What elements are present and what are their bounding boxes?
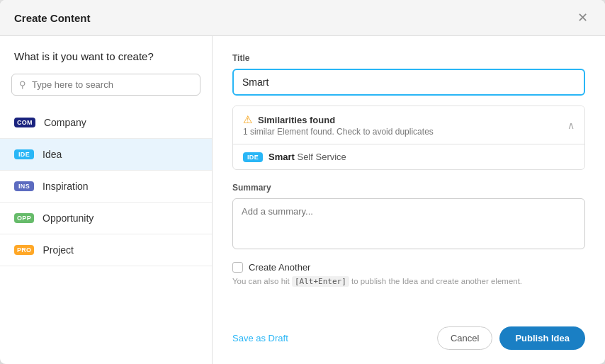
cancel-button[interactable]: Cancel	[437, 326, 492, 350]
similarities-item-rest: Self Service	[295, 152, 346, 162]
summary-label: Summary	[232, 183, 585, 193]
badge-inspiration: INS	[14, 181, 34, 191]
create-another-checkbox[interactable]	[232, 262, 243, 273]
footer-actions: Save as Draft Cancel Publish Idea	[232, 326, 585, 350]
similarities-box: ⚠ Similarities found 1 similar Element f…	[232, 106, 585, 170]
list-item-inspiration[interactable]: INS Inspiration	[0, 171, 212, 203]
badge-company: COM	[14, 118, 35, 127]
title-input[interactable]	[232, 69, 585, 96]
left-panel-scroll-container: COM Company IDE Idea INS Inspiration	[0, 107, 212, 364]
badge-idea: IDE	[14, 149, 34, 159]
similarities-subtitle: 1 similar Element found. Check to avoid …	[243, 127, 434, 137]
badge-similar-item: IDE	[243, 152, 263, 162]
list-item-idea[interactable]: IDE Idea	[0, 139, 212, 171]
left-panel: What is it you want to create? ⚲ COM Com…	[0, 36, 213, 364]
label-project: Project	[43, 244, 74, 256]
similarities-body: IDE Smart Self Service	[233, 144, 584, 169]
chevron-up-icon[interactable]: ∧	[567, 120, 575, 131]
badge-opportunity: OPP	[14, 213, 34, 223]
title-label: Title	[232, 53, 585, 63]
left-panel-question: What is it you want to create?	[0, 50, 212, 74]
label-company: Company	[44, 117, 86, 128]
modal-header: Create Content ✕	[0, 0, 605, 36]
save-draft-button[interactable]: Save as Draft	[232, 333, 288, 343]
hint-prefix: You can also hit	[232, 277, 292, 285]
similarities-title-row: ⚠ Similarities found	[243, 113, 434, 126]
create-another-label: Create Another	[249, 262, 310, 273]
create-content-modal: Create Content ✕ What is it you want to …	[0, 0, 605, 364]
label-inspiration: Inspiration	[43, 181, 89, 192]
modal-body: What is it you want to create? ⚲ COM Com…	[0, 36, 605, 364]
hint-text: You can also hit [Alt+Enter] to publish …	[232, 277, 585, 286]
label-opportunity: Opportunity	[43, 212, 94, 224]
modal-title: Create Content	[14, 12, 91, 24]
items-list: COM Company IDE Idea INS Inspiration	[0, 107, 212, 364]
create-another-row: Create Another	[232, 262, 585, 273]
summary-textarea[interactable]	[232, 198, 585, 249]
warning-icon: ⚠	[243, 113, 252, 126]
footer-right: Cancel Publish Idea	[437, 326, 585, 350]
list-item-opportunity[interactable]: OPP Opportunity	[0, 203, 212, 234]
close-button[interactable]: ✕	[575, 10, 591, 25]
similarities-item-text: Smart Self Service	[268, 152, 346, 162]
similarities-item-bold: Smart	[268, 152, 295, 162]
similarities-title: Similarities found	[258, 115, 335, 125]
similarities-title-group: ⚠ Similarities found 1 similar Element f…	[243, 113, 434, 137]
search-box: ⚲	[11, 74, 200, 96]
list-item-company[interactable]: COM Company	[0, 107, 212, 139]
hint-suffix: to publish the Idea and create another e…	[349, 277, 522, 285]
right-panel: Title ⚠ Similarities found 1 similar Ele…	[213, 36, 605, 364]
label-idea: Idea	[43, 149, 62, 160]
publish-button[interactable]: Publish Idea	[499, 326, 585, 350]
search-input[interactable]	[32, 79, 193, 90]
search-icon: ⚲	[19, 79, 26, 90]
hint-shortcut: [Alt+Enter]	[292, 276, 349, 287]
badge-project: PRO	[14, 245, 34, 255]
list-item-project[interactable]: PRO Project	[0, 234, 212, 266]
similarities-header: ⚠ Similarities found 1 similar Element f…	[233, 106, 584, 144]
